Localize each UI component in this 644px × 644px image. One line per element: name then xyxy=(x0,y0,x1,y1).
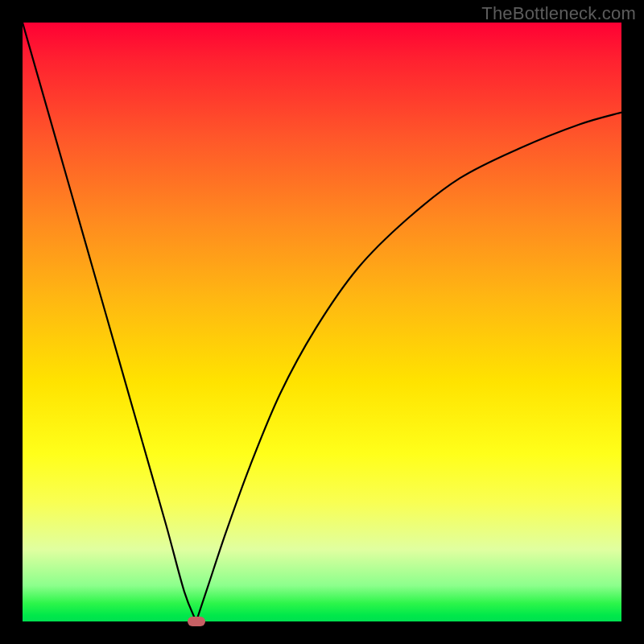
plot-area xyxy=(23,23,621,621)
chart-frame: TheBottleneck.com xyxy=(0,0,644,644)
minimum-marker xyxy=(188,617,205,626)
watermark-text: TheBottleneck.com xyxy=(481,3,636,24)
curve-right xyxy=(196,113,621,621)
curve-layer xyxy=(23,23,621,621)
curve-left xyxy=(23,23,196,621)
